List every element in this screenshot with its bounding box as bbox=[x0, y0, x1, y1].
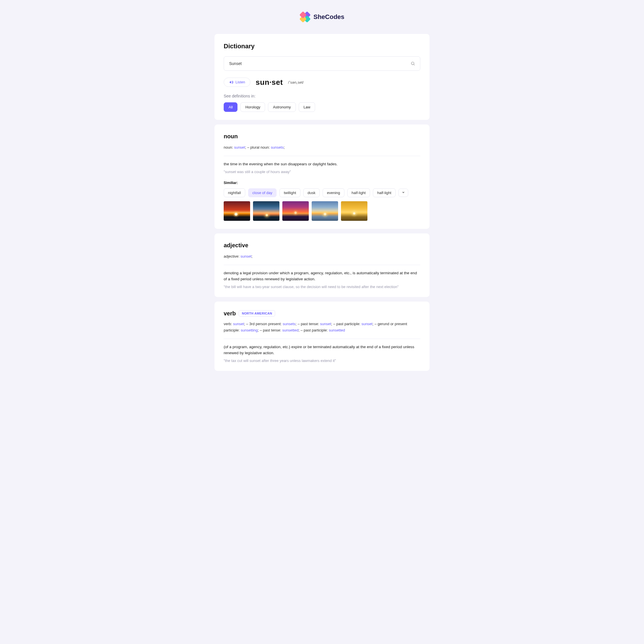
listen-label: Listen bbox=[235, 80, 245, 84]
thumb-5[interactable] bbox=[341, 201, 367, 221]
chip-half-light-2[interactable]: half-light bbox=[373, 188, 396, 197]
word-headline: sun·set bbox=[256, 78, 283, 87]
chip-dusk[interactable]: dusk bbox=[303, 188, 320, 197]
noun-form-val-1[interactable]: sunset bbox=[234, 145, 245, 149]
v-f3-val[interactable]: sunset bbox=[320, 322, 331, 326]
v-f6-val[interactable]: sunsetted bbox=[282, 328, 298, 332]
adj-form-label-1: adjective: bbox=[224, 254, 241, 258]
v-f4-val[interactable]: sunset bbox=[361, 322, 372, 326]
filter-horology[interactable]: Horology bbox=[240, 102, 265, 112]
v-f4-label: ; – past participle: bbox=[331, 322, 362, 326]
thumb-4[interactable] bbox=[312, 201, 338, 221]
noun-tail: ; bbox=[284, 145, 285, 149]
adjective-heading: adjective bbox=[224, 242, 420, 249]
chip-twilight[interactable]: twillight bbox=[279, 188, 300, 197]
verb-forms: verb: sunset; – 3rd person present: suns… bbox=[224, 321, 420, 333]
adjective-example: "the bill will have a two-year sunset cl… bbox=[224, 285, 420, 289]
listen-button[interactable]: Listen bbox=[224, 78, 250, 87]
v-f1-label: verb: bbox=[224, 322, 233, 326]
filter-row: All Horology Astronomy Law bbox=[224, 102, 420, 112]
noun-definition: the time in the evening when the sun dis… bbox=[224, 161, 420, 167]
similar-chips: nightfall close of day twillight dusk ev… bbox=[224, 188, 420, 197]
v-f2-label: ; – 3rd person present: bbox=[244, 322, 283, 326]
adjective-definition: denoting a legal provision under which a… bbox=[224, 270, 420, 282]
noun-form-label-1: noun: bbox=[224, 145, 234, 149]
adjective-card: adjective adjective: sunset; denoting a … bbox=[214, 233, 430, 297]
noun-forms: noun: sunset; – plural noun: sunsets; bbox=[224, 144, 420, 151]
chip-half-light-1[interactable]: half-light bbox=[347, 188, 370, 197]
see-definitions-label: See definitions in: bbox=[224, 94, 420, 98]
filter-astronomy[interactable]: Astronomy bbox=[268, 102, 296, 112]
search-card: Dictionary Listen sun·set bbox=[214, 34, 430, 120]
v-f5-val[interactable]: sunsetting bbox=[241, 328, 258, 332]
v-f7-val[interactable]: sunsetted bbox=[329, 328, 345, 332]
verb-card: verb NORTH AMERICAN verb: sunset; – 3rd … bbox=[214, 302, 430, 371]
filter-all[interactable]: All bbox=[224, 102, 237, 112]
verb-example: "the tax cut will sunset after three yea… bbox=[224, 359, 420, 363]
noun-heading: noun bbox=[224, 133, 420, 140]
v-f2-val[interactable]: sunsets bbox=[283, 322, 296, 326]
thumb-1[interactable] bbox=[224, 201, 250, 221]
thumb-2[interactable] bbox=[253, 201, 279, 221]
chip-more[interactable] bbox=[398, 189, 408, 197]
v-f3-label: ; – past tense: bbox=[296, 322, 320, 326]
verb-heading: verb bbox=[224, 310, 236, 317]
brand-name: SheCodes bbox=[313, 13, 344, 21]
chip-close-of-day[interactable]: close of day bbox=[248, 188, 277, 197]
adj-form-val-1[interactable]: sunset bbox=[241, 254, 252, 258]
noun-card: noun noun: sunset; – plural noun: sunset… bbox=[214, 124, 430, 229]
adjective-forms: adjective: sunset; bbox=[224, 253, 420, 260]
noun-example: "sunset was still a couple of hours away… bbox=[224, 170, 420, 174]
image-results bbox=[224, 201, 420, 221]
adj-tail: ; bbox=[252, 254, 253, 258]
thumb-3[interactable] bbox=[282, 201, 309, 221]
search-input[interactable] bbox=[224, 56, 420, 71]
svg-line-1 bbox=[414, 64, 415, 65]
page-title: Dictionary bbox=[224, 43, 420, 50]
v-f1-val[interactable]: sunset bbox=[233, 322, 244, 326]
filter-law[interactable]: Law bbox=[299, 102, 315, 112]
audio-icon bbox=[229, 80, 233, 84]
svg-point-0 bbox=[411, 62, 414, 65]
search-wrap bbox=[224, 56, 420, 71]
search-icon[interactable] bbox=[411, 61, 415, 66]
verb-region-badge: NORTH AMERICAN bbox=[239, 310, 275, 317]
brand-logo: SheCodes bbox=[165, 11, 480, 22]
verb-definition: (of a program, agency, regulation, etc.)… bbox=[224, 344, 420, 356]
v-f7-label: ; – past participle: bbox=[298, 328, 329, 332]
chip-nightfall[interactable]: nightfall bbox=[224, 188, 245, 197]
similar-label: Similiar: bbox=[224, 181, 420, 185]
noun-form-val-2[interactable]: sunsets bbox=[271, 145, 284, 149]
v-f6-label: ; – past tense: bbox=[258, 328, 282, 332]
phonetic: /ˈsənˌset/ bbox=[288, 80, 304, 85]
chip-evening[interactable]: evening bbox=[323, 188, 344, 197]
noun-sep-1: ; – plural noun: bbox=[245, 145, 271, 149]
chevron-down-icon bbox=[402, 191, 405, 194]
logo-mark-icon bbox=[297, 9, 313, 25]
